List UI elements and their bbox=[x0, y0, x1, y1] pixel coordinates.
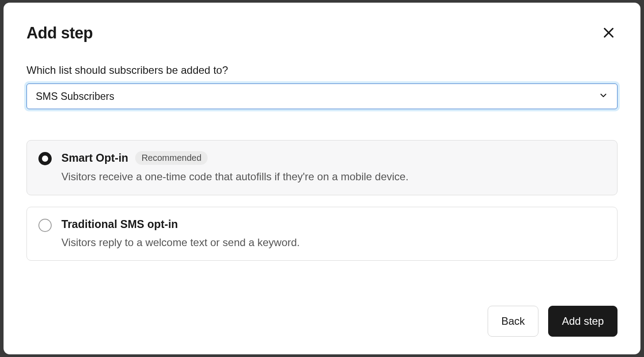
close-button[interactable] bbox=[600, 24, 617, 43]
recommended-badge: Recommended bbox=[135, 151, 208, 165]
option-title-row: Smart Opt-in Recommended bbox=[61, 151, 606, 165]
option-body: Traditional SMS opt-in Visitors reply to… bbox=[61, 218, 606, 250]
list-select-wrapper: SMS Subscribers bbox=[27, 84, 617, 109]
close-icon bbox=[602, 34, 616, 41]
modal-header: Add step bbox=[27, 24, 617, 43]
modal-footer: Back Add step bbox=[27, 306, 617, 337]
option-title-row: Traditional SMS opt-in bbox=[61, 218, 606, 231]
option-smart-opt-in[interactable]: Smart Opt-in Recommended Visitors receiv… bbox=[27, 140, 617, 195]
radio-traditional-sms[interactable] bbox=[38, 219, 52, 232]
list-select[interactable]: SMS Subscribers bbox=[27, 84, 617, 109]
add-step-modal: Add step Which list should subscribers b… bbox=[4, 3, 640, 354]
option-title: Smart Opt-in bbox=[61, 152, 128, 164]
option-description: Visitors receive a one-time code that au… bbox=[61, 169, 606, 184]
option-description: Visitors reply to a welcome text or send… bbox=[61, 235, 606, 250]
list-field-label: Which list should subscribers be added t… bbox=[27, 64, 617, 76]
option-traditional-sms[interactable]: Traditional SMS opt-in Visitors reply to… bbox=[27, 207, 617, 261]
chevron-down-icon bbox=[599, 91, 608, 102]
radio-smart-opt-in[interactable] bbox=[38, 152, 52, 165]
option-body: Smart Opt-in Recommended Visitors receiv… bbox=[61, 151, 606, 184]
list-select-value: SMS Subscribers bbox=[36, 91, 114, 103]
modal-title: Add step bbox=[27, 24, 93, 42]
add-step-button[interactable]: Add step bbox=[548, 306, 617, 337]
back-button[interactable]: Back bbox=[488, 306, 538, 337]
option-title: Traditional SMS opt-in bbox=[61, 218, 178, 231]
list-field: Which list should subscribers be added t… bbox=[27, 64, 617, 140]
